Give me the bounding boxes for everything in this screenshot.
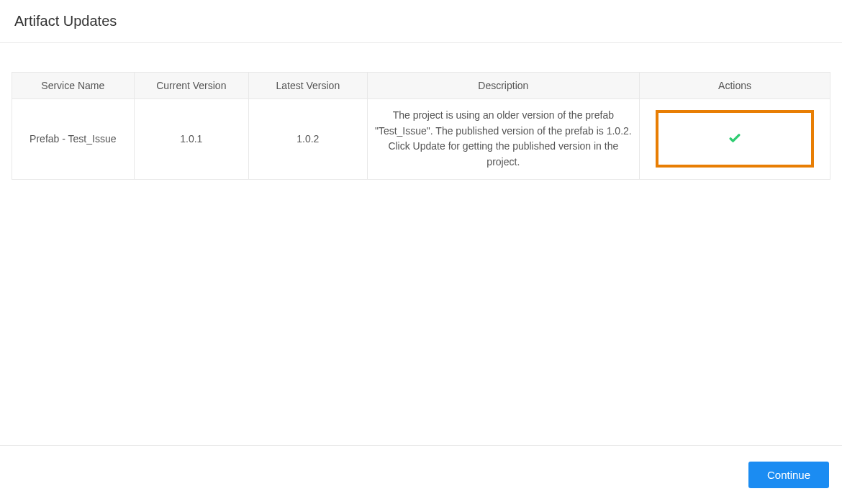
col-header-description: Description: [367, 73, 640, 99]
col-header-service: Service Name: [12, 73, 135, 99]
dialog-header: Artifact Updates: [0, 0, 842, 43]
cell-current-version: 1.0.1: [134, 99, 249, 180]
artifact-updates-table: Service Name Current Version Latest Vers…: [12, 72, 830, 180]
content-area: Service Name Current Version Latest Vers…: [0, 43, 842, 180]
page-title: Artifact Updates: [14, 13, 828, 29]
table-header-row: Service Name Current Version Latest Vers…: [12, 73, 830, 99]
continue-button[interactable]: Continue: [748, 462, 829, 488]
cell-description: The project is using an older version of…: [367, 99, 640, 180]
col-header-actions: Actions: [640, 73, 830, 99]
col-header-latest: Latest Version: [249, 73, 367, 99]
cell-service-name: Prefab - Test_Issue: [12, 99, 135, 180]
cell-actions: [640, 99, 830, 180]
table-row: Prefab - Test_Issue 1.0.1 1.0.2 The proj…: [12, 99, 830, 180]
check-icon[interactable]: [728, 131, 742, 147]
action-highlight-box: [656, 110, 814, 168]
col-header-current: Current Version: [134, 73, 249, 99]
cell-latest-version: 1.0.2: [249, 99, 367, 180]
dialog-footer: Continue: [0, 445, 842, 504]
